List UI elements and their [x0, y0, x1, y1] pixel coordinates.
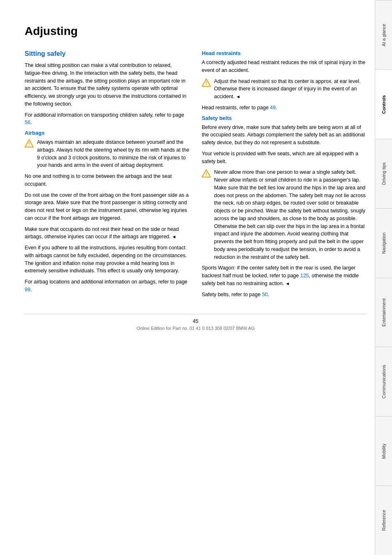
sidebar-tab-reference[interactable]: Reference [375, 486, 392, 555]
head-restraints-bullet [235, 94, 240, 99]
warning-triangle-icon-3: ! [202, 169, 211, 178]
sidebar-tab-mobility[interactable]: Mobility [375, 416, 392, 486]
safety-belts-p3: Sports Wagon: if the center safety belt … [202, 264, 367, 287]
sidebar: At a glance Controls Driving tips Naviga… [375, 0, 392, 555]
children-page-link[interactable]: 56 [25, 120, 30, 125]
left-column: Sitting safely The ideal sitting positio… [25, 50, 189, 302]
airbags-p3-bullet [171, 234, 176, 240]
head-restraints-warning-text: Adjust the head restraint so that its ce… [214, 78, 367, 101]
svg-text:!: ! [28, 141, 30, 147]
warning-triangle-icon-2: ! [202, 78, 211, 87]
sidebar-tab-at-a-glance[interactable]: At a glance [375, 0, 392, 69]
safety-belts-p1: Before every drive, make sure that safet… [202, 124, 367, 147]
svg-text:!: ! [205, 171, 207, 177]
page-footer: 45 Online Edition for Part no. 01 41 0 0… [25, 314, 367, 331]
airbags-title: Airbags [25, 130, 189, 136]
right-column: Head restraints A correctly adjusted hea… [202, 50, 367, 302]
head-restraints-title: Head restraints [202, 50, 367, 56]
airbags-p4: Even if you adhere to all the instructio… [25, 244, 189, 275]
footer-copyright: Online Edition for Part no. 01 41 0 013 … [25, 326, 367, 331]
sidebar-tab-controls[interactable]: Controls [375, 69, 392, 139]
airbags-p2: Do not use the cover of the front airbag… [25, 191, 189, 222]
children-link-text: For additional information on transporti… [25, 111, 189, 127]
safety-belts-p3-bullet [284, 281, 290, 286]
head-restraints-link: Head restraints, refer to page 49. [202, 104, 367, 112]
page-number: 45 [25, 318, 367, 324]
safety-belts-p2: Your vehicle is provided with five seats… [202, 150, 367, 166]
two-column-layout: Sitting safely The ideal sitting positio… [25, 50, 367, 302]
airbags-p5: For airbag locations and additional info… [25, 278, 189, 294]
sidebar-tab-navigation[interactable]: Navigation [375, 208, 392, 278]
sidebar-tab-communications[interactable]: Communications [375, 347, 392, 416]
airbags-p3: Make sure that occupants do not rest the… [25, 226, 189, 241]
sidebar-tab-entertainment[interactable]: Entertainment [375, 278, 392, 347]
sitting-safely-title: Sitting safely [25, 50, 189, 58]
safety-belts-link: Safety belts, refer to page 50. [202, 291, 367, 299]
airbags-warning-text: Always maintain an adequate distance bet… [37, 138, 189, 169]
head-restraints-warning-box: ! Adjust the head restraint so that its … [202, 78, 367, 101]
safety-belts-warning-box: ! Never allow more than one person to we… [202, 168, 367, 261]
sitting-safely-intro: The ideal sitting position can make a vi… [25, 62, 189, 108]
page-title: Adjusting [25, 25, 367, 38]
safety-belts-page-link-2[interactable]: 50 [262, 292, 268, 297]
svg-text:!: ! [205, 81, 207, 86]
safety-belts-page-link[interactable]: 125 [300, 273, 309, 279]
airbags-page-link[interactable]: 99 [25, 287, 30, 292]
safety-belts-warning-text: Never allow more than one person to wear… [214, 168, 367, 261]
main-content: Adjusting Sitting safely The ideal sitti… [0, 0, 375, 555]
sidebar-tab-driving-tips[interactable]: Driving tips [375, 139, 392, 208]
warning-triangle-icon: ! [25, 139, 34, 148]
head-restraints-page-link[interactable]: 49 [270, 105, 276, 111]
airbags-warning-box: ! Always maintain an adequate distance b… [25, 138, 189, 169]
head-restraints-intro: A correctly adjusted head restraint redu… [202, 59, 367, 74]
airbags-p1: No one and nothing is to come between th… [25, 173, 189, 188]
page-container: Adjusting Sitting safely The ideal sitti… [0, 0, 392, 555]
safety-belts-title: Safety belts [202, 115, 367, 121]
